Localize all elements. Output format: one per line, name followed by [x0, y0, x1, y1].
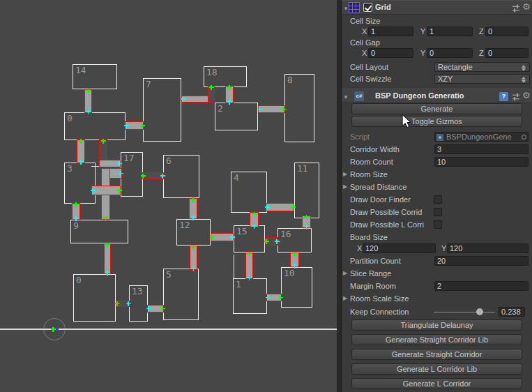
y-axis-label: Y: [441, 243, 446, 254]
green-marker-icon: [291, 205, 296, 210]
corridor: [104, 243, 111, 274]
triangulate-delaunay-button[interactable]: Triangulate Delaunay: [351, 319, 522, 331]
room-count-field[interactable]: 10: [434, 157, 529, 167]
room-label: 5: [166, 269, 172, 280]
board-size-label: Board Size: [350, 232, 388, 243]
board-size-y-field[interactable]: 120: [447, 243, 529, 253]
keep-connection-value-field[interactable]: 0.238: [499, 307, 525, 317]
room: 8: [284, 74, 314, 142]
cell-swizzle-dropdown[interactable]: XZY: [434, 74, 530, 84]
toggle-gizmos-button[interactable]: Toggle Gizmos: [351, 116, 522, 127]
y-axis-label: Y: [420, 26, 425, 37]
chevron-up-icon: [522, 77, 526, 80]
foldout-collapsed-icon[interactable]: ▶: [343, 293, 347, 304]
room-label: 18: [206, 67, 218, 77]
cyan-marker-icon: [257, 107, 262, 112]
generate-straight-corridor-button[interactable]: Generate Straight Corridor: [351, 349, 522, 360]
margin-room-field[interactable]: 2: [434, 281, 529, 291]
green-marker-icon: [115, 301, 120, 306]
partition-count-label: Partition Count: [350, 255, 401, 266]
cell-size-z-field[interactable]: 0: [485, 27, 529, 36]
room-scale-size-foldout[interactable]: Room Scale Size: [350, 293, 409, 304]
draw-door-finder-checkbox[interactable]: [434, 195, 442, 204]
green-marker-icon: [74, 202, 79, 207]
script-object-field[interactable]: # BSPDungeonGene: [434, 132, 529, 142]
green-marker-icon: [252, 211, 257, 216]
generate-l-corridor-lib-button[interactable]: Generate L Corridor Lib: [351, 363, 522, 375]
bsp-component-header[interactable]: ▼ c# BSP Dungeon Generatio ? ⚙: [342, 89, 532, 103]
room: 15: [234, 225, 265, 252]
grid-component-header[interactable]: ▼ Grid ⚙: [342, 0, 532, 15]
cell-layout-dropdown[interactable]: Rectangle: [434, 62, 530, 72]
board-size-x-field[interactable]: 120: [363, 243, 436, 253]
cell-gap-label: Cell Gap: [350, 37, 380, 48]
mouse-cursor: [402, 114, 411, 131]
cell-gap-z-field[interactable]: 0: [485, 48, 529, 58]
z-axis-label: Z: [479, 26, 484, 37]
room: 4: [231, 172, 267, 213]
grid-enabled-checkbox[interactable]: [363, 3, 372, 12]
cell-size-y-field[interactable]: 1: [427, 27, 473, 36]
green-marker-icon: [191, 197, 196, 202]
origin-dot-icon: [56, 328, 59, 331]
cell-gap-x-field[interactable]: 0: [368, 48, 413, 58]
green-marker-icon: [209, 85, 214, 90]
room: 10: [281, 267, 312, 308]
presets-icon[interactable]: [512, 92, 520, 100]
cell-gap-y-field[interactable]: 0: [427, 48, 473, 58]
x-axis-label: X: [362, 26, 367, 37]
gear-icon[interactable]: ⚙: [522, 89, 531, 102]
cell-size-x-field[interactable]: 1: [368, 27, 413, 36]
foldout-open-icon[interactable]: ▼: [343, 91, 349, 104]
partition-line: [91, 166, 99, 167]
room-size-foldout[interactable]: Room Size: [350, 169, 388, 180]
cyan-marker-icon: [227, 100, 232, 105]
presets-icon[interactable]: [512, 3, 520, 12]
room: 14: [73, 64, 117, 89]
help-icon[interactable]: ?: [499, 92, 508, 101]
gear-icon[interactable]: ⚙: [522, 0, 531, 13]
cell-swizzle-label: Cell Swizzle: [350, 73, 391, 84]
room-label: 8: [287, 75, 293, 85]
foldout-collapsed-icon[interactable]: ▶: [343, 181, 347, 193]
draw-possible-corridor-checkbox[interactable]: [434, 208, 442, 216]
object-picker-icon[interactable]: [522, 135, 526, 140]
room-label: 1: [236, 279, 241, 289]
room: 1: [233, 278, 267, 314]
foldout-collapsed-icon[interactable]: ▶: [343, 268, 347, 279]
y-axis-label: Y: [420, 47, 425, 59]
generate-l-corridor-button[interactable]: Generate L Corridor: [351, 378, 522, 389]
script-label: Script: [350, 131, 370, 142]
cyan-marker-icon: [247, 276, 252, 280]
corridor-width-label: Corridor Width: [350, 144, 400, 155]
green-marker-icon: [141, 174, 146, 179]
spread-distance-foldout[interactable]: Spread Distance: [350, 181, 406, 193]
generate-straight-corridor-lib-button[interactable]: Generate Straight Corridor Lib: [351, 334, 522, 345]
keep-connection-slider-track[interactable]: [434, 312, 495, 313]
green-marker-icon: [79, 139, 84, 144]
cyan-marker-icon: [124, 123, 129, 128]
cyan-marker-icon: [117, 161, 122, 166]
room-label: 3: [67, 163, 73, 174]
room-label: 0: [76, 275, 82, 285]
draw-possible-l-corridor-checkbox[interactable]: [434, 220, 442, 229]
grid-icon: [349, 2, 360, 13]
inspector-panel: ▼ Grid ⚙ Cell Size X 1 Y 1 Z 0 Cell Gap …: [342, 0, 532, 392]
keep-connection-label: Keep Connection: [350, 306, 409, 317]
cyan-marker-icon: [74, 216, 79, 221]
panel-splitter[interactable]: [337, 0, 342, 392]
green-marker-icon: [51, 327, 56, 332]
room: 0: [73, 274, 116, 322]
generate-button[interactable]: Generate: [351, 103, 522, 114]
corridor-width-field[interactable]: 3: [434, 144, 529, 154]
cyan-marker-icon: [119, 171, 123, 176]
script-value: BSPDungeonGene: [446, 133, 512, 141]
scene-view[interactable]: 14718280317641191215160135110: [0, 0, 337, 392]
slice-range-foldout[interactable]: Slice Range: [350, 268, 391, 279]
foldout-collapsed-icon[interactable]: ▶: [343, 169, 347, 180]
keep-connection-slider-handle[interactable]: [476, 308, 483, 315]
foldout-open-icon[interactable]: ▼: [343, 2, 349, 15]
cyan-marker-icon: [146, 306, 151, 311]
cyan-marker-icon: [304, 225, 309, 229]
partition-count-field[interactable]: 20: [434, 256, 529, 266]
